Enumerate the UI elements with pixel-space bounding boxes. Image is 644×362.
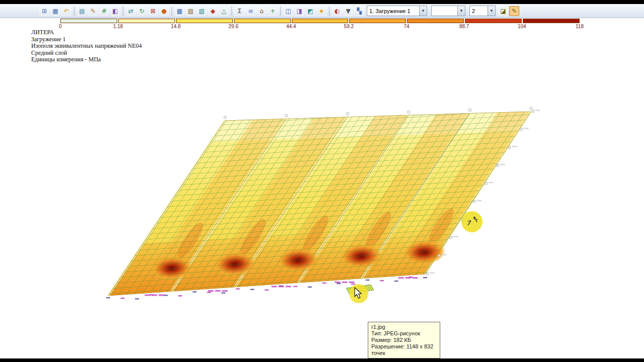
add-icon[interactable]: +	[268, 6, 278, 16]
print-icon[interactable]: ▤	[77, 6, 87, 16]
annotation-line: ЛИТЕРА	[31, 29, 142, 36]
chevron-down-icon[interactable]: ▼	[488, 6, 495, 16]
new-document-icon[interactable]: ⊞	[39, 6, 49, 16]
toolbar: ⊞▦↶▤✎#◧⇄↻⊠●▩▨▧◆△Σ≡⌂+◫◨◩★◐▼▚ 1. Загружени…	[0, 4, 644, 18]
toolbar-separator	[329, 7, 330, 16]
result-pen-icon[interactable]: ✎	[509, 6, 519, 16]
toolbar-left-group: ⊞▦↶▤✎#◧⇄↻⊠●▩▨▧◆△Σ≡⌂+◫◨◩★◐▼▚	[39, 6, 364, 16]
legend-tick-label: 1.18	[113, 24, 123, 29]
tooltip-line: Тип: JPEG-рисунок	[371, 330, 437, 337]
view-xz-icon[interactable]: ◨	[294, 6, 304, 16]
view-yz-icon[interactable]: ◩	[305, 6, 315, 16]
stress-legend: 01.1814.829.644.459.27488.7104118	[60, 19, 580, 29]
annotation-line: Единицы измерения - МПа	[31, 56, 142, 63]
toolbar-separator	[74, 7, 74, 16]
app-window: ⊞▦↶▤✎#◧⇄↻⊠●▩▨▧◆△Σ≡⌂+◫◨◩★◐▼▚ 1. Загружени…	[0, 0, 644, 362]
legend-tick-label: 118	[576, 24, 584, 29]
open-project-icon[interactable]: ▦	[50, 6, 60, 16]
mode-combo[interactable]: ▼	[431, 6, 465, 16]
toolbar-separator	[280, 7, 281, 16]
annotation-line: Загружение 1	[31, 36, 142, 43]
step-combo[interactable]: 2 ▼	[469, 6, 496, 16]
legend-color-bar	[60, 19, 580, 23]
load-icon[interactable]: ◆	[208, 6, 218, 16]
grid-icon[interactable]: #	[99, 6, 109, 16]
isometric-icon[interactable]: ★	[316, 6, 327, 16]
toolbar-separator	[231, 7, 232, 16]
annotation-line: Изополя эквивалентных напряжений NE04	[31, 43, 142, 50]
legend-tick-label: 59.2	[344, 24, 354, 29]
legend-segment	[349, 19, 406, 23]
view-xy-icon[interactable]: ◫	[283, 6, 293, 16]
tooltip-line: Разрешение: 1148 x 832 точек	[371, 343, 437, 356]
mosaic-icon[interactable]: ◐	[332, 6, 342, 16]
node-icon[interactable]: ●	[159, 6, 169, 16]
legend-segment	[465, 19, 522, 23]
deformation-icon[interactable]: ▚	[354, 6, 364, 16]
legend-tick-label: 88.7	[459, 24, 469, 29]
undo-icon[interactable]: ↶	[61, 6, 71, 16]
legend-tick-label: 29.6	[228, 24, 238, 29]
section-icon[interactable]: ▧	[197, 6, 207, 16]
legend-segment	[234, 19, 291, 23]
legend-segment	[118, 19, 175, 23]
letterbox-top	[0, 0, 644, 4]
tooltip-filename: r1.jpg	[371, 324, 437, 330]
legend-segment	[176, 19, 233, 23]
tooltip-details: Тип: JPEG-рисунокРазмер: 182 КБРазрешени…	[371, 330, 437, 356]
support-icon[interactable]: △	[219, 6, 229, 16]
toolbar-separator	[123, 7, 123, 16]
legend-segment	[407, 19, 464, 23]
chevron-down-icon[interactable]: ▼	[419, 6, 427, 16]
legend-tick-label: 14.8	[171, 24, 181, 29]
legend-segment	[523, 19, 580, 23]
model-icon[interactable]: ⌂	[257, 6, 267, 16]
click-highlight-upper	[461, 211, 482, 232]
animation-icon[interactable]: ◪	[498, 6, 508, 16]
legend-segment	[292, 19, 349, 23]
legend-tick-label: 44.4	[286, 24, 296, 29]
legend-tick-label: 74	[404, 24, 409, 29]
legend-tick-label: 0	[59, 24, 62, 29]
toolbar-right-group: ◪✎	[498, 6, 519, 16]
loadcase-combo-value: 1. Загружение 1	[367, 8, 419, 14]
fragment-icon[interactable]: ◧	[110, 6, 120, 16]
plate-icon[interactable]: ▨	[186, 6, 196, 16]
legend-segment	[60, 19, 117, 23]
toolbar-separator	[172, 7, 172, 16]
mesh-icon[interactable]: ▩	[175, 6, 185, 16]
delete-icon[interactable]: ⊠	[148, 6, 158, 16]
sum-icon[interactable]: Σ	[234, 6, 245, 16]
letterbox-bottom	[0, 358, 644, 362]
file-tooltip: r1.jpg Тип: JPEG-рисунокРазмер: 182 КБРа…	[368, 322, 440, 358]
edit-icon[interactable]: ✎	[88, 6, 98, 16]
stress-isofield-model[interactable]	[106, 107, 540, 300]
table-icon[interactable]: ≡	[246, 6, 256, 16]
step-combo-value: 2	[470, 8, 488, 14]
chevron-down-icon[interactable]: ▼	[457, 6, 465, 16]
isofields-icon[interactable]: ▼	[343, 6, 353, 16]
exchange-icon[interactable]: ⇄	[126, 6, 136, 16]
tooltip-line: Размер: 182 КБ	[371, 337, 437, 343]
legend-tick-row: 01.1814.829.644.459.27488.7104118	[60, 23, 580, 29]
legend-tick-label: 104	[518, 24, 526, 29]
refresh-icon[interactable]: ↻	[137, 6, 147, 16]
loadcase-combo[interactable]: 1. Загружение 1 ▼	[367, 6, 427, 16]
result-annotation: ЛИТЕРАЗагружение 1Изополя эквивалентных …	[31, 29, 142, 63]
annotation-line: Средний слой	[31, 50, 142, 57]
